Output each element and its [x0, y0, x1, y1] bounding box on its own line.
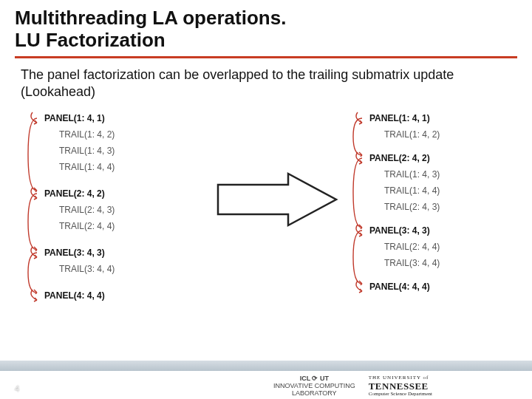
panel-step: PANEL(4: 4, 4) — [369, 279, 430, 294]
ut-logo-name: TENNESSEE — [369, 381, 432, 392]
trail-step: TRAIL(1: 4, 3) — [384, 167, 440, 182]
trail-step: TRAIL(1: 4, 4) — [384, 183, 440, 198]
trail-step: TRAIL(3: 4, 4) — [59, 262, 115, 276]
trail-step: TRAIL(2: 4, 4) — [384, 239, 440, 254]
title-underline — [15, 56, 517, 58]
trail-step: TRAIL(3: 4, 4) — [384, 256, 440, 270]
dependency-bracket-icon — [27, 117, 41, 192]
dependency-bracket-icon — [352, 229, 366, 285]
icl-logo: ICL ⟳ UT INNOVATIVE COMPUTING LABORATORY — [273, 375, 355, 398]
page-number: 4 — [15, 384, 19, 393]
footer-logos: ICL ⟳ UT INNOVATIVE COMPUTING LABORATORY… — [273, 365, 525, 398]
dependency-arrow-icon — [31, 288, 46, 303]
panel-step: PANEL(3: 4, 3) — [44, 245, 105, 260]
trail-step: TRAIL(1: 4, 2) — [384, 127, 440, 142]
dependency-bracket-icon — [352, 157, 366, 229]
dependency-bracket-icon — [27, 192, 41, 251]
trail-step: TRAIL(1: 4, 2) — [59, 127, 115, 142]
slide-subtitle: The panel factorization can be overlappe… — [21, 66, 508, 101]
title-line2: LU Factorization — [15, 29, 166, 51]
panel-step: PANEL(2: 4, 2) — [369, 151, 430, 166]
trail-step: TRAIL(1: 4, 4) — [59, 160, 115, 174]
title-line1: Multithreading LA operations. — [15, 7, 286, 29]
ut-logo-dept: Computer Science Department — [369, 392, 432, 398]
slide-title: Multithreading LA operations. LU Factori… — [15, 7, 286, 52]
trail-step: TRAIL(2: 4, 4) — [59, 219, 115, 233]
panel-step: PANEL(2: 4, 2) — [44, 186, 105, 201]
trail-step: TRAIL(1: 4, 3) — [59, 143, 115, 158]
dependency-arrow-icon — [356, 279, 371, 294]
icl-logo-line2: LABORATORY — [273, 390, 355, 398]
transform-arrow-icon — [214, 170, 340, 229]
ut-logo: THE UNIVERSITY of TENNESSEE Computer Sci… — [369, 375, 432, 398]
diagram: PANEL(1: 4, 1)TRAIL(1: 4, 2)TRAIL(1: 4, … — [30, 111, 502, 332]
trail-step: TRAIL(2: 4, 3) — [384, 200, 440, 214]
trail-step: TRAIL(2: 4, 3) — [59, 202, 115, 217]
panel-step: PANEL(1: 4, 1) — [44, 111, 105, 126]
panel-step: PANEL(3: 4, 3) — [369, 223, 430, 238]
panel-step: PANEL(1: 4, 1) — [369, 111, 430, 126]
panel-step: PANEL(4: 4, 4) — [44, 288, 105, 303]
